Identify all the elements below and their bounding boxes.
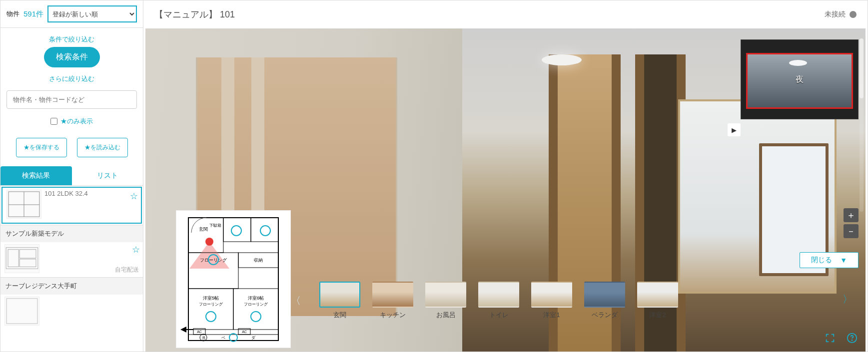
variant-thumbnail[interactable]: 夜 <box>741 39 859 119</box>
scene-thumb-label: ベランダ <box>592 311 618 320</box>
result-title: サンプル新築モデル <box>5 229 64 238</box>
result-card[interactable]: ☆ 101 2LDK 32.4 <box>1 187 142 224</box>
svg-text:フローリング: フローリング <box>244 302 268 307</box>
result-subtext: 自宅配送 <box>115 266 139 274</box>
zoom-controls: ＋ － <box>844 208 859 238</box>
floorplan-thumb <box>4 297 39 326</box>
page-title: 【マニュアル】 101 <box>154 8 235 20</box>
svg-text:AC: AC <box>197 330 202 334</box>
scene-thumb-image <box>372 282 413 308</box>
footer-actions <box>824 332 859 345</box>
main-header: 【マニュアル】 101 未接続 <box>143 0 868 28</box>
search-conditions-button[interactable]: 検索条件 <box>44 47 100 67</box>
close-label: 閉じる <box>811 256 832 265</box>
tab-results[interactable]: 検索結果 <box>0 166 72 185</box>
carousel-next-button[interactable]: 〉 <box>843 293 853 306</box>
scene-thumb-image <box>319 282 360 308</box>
scene-thumb-image <box>425 282 466 308</box>
scene-thumb-kitchen[interactable]: キッチン <box>372 282 413 320</box>
filter-link[interactable]: 条件で絞り込む <box>49 35 94 44</box>
result-title: 101 2LDK 32.4 <box>44 190 88 197</box>
sort-select[interactable]: 登録が新しい順 <box>47 5 137 22</box>
close-button[interactable]: 閉じる ▼ <box>800 252 859 268</box>
sidebar: 物件 591件 登録が新しい順 条件で絞り込む 検索条件 さらに絞り込む ★のみ… <box>0 0 143 352</box>
scene-thumb-image <box>531 282 572 308</box>
svg-text:洗: 洗 <box>202 336 205 340</box>
tabs: 検索結果 リスト <box>0 166 143 185</box>
variant-thumbnail-label: 夜 <box>741 40 858 119</box>
connection-status: 未接続 <box>825 10 857 19</box>
scene-thumb-entrance[interactable]: 玄関 <box>319 282 360 320</box>
result-card[interactable]: サンプル新築モデル ☆ 自宅配送 <box>0 225 143 277</box>
panorama-viewer[interactable]: 夜 ▶ ＋ － 閉じる ▼ 玄関 下駄箱 <box>145 28 866 352</box>
scene-thumb-label: 玄関 <box>333 311 346 320</box>
star-only-checkbox[interactable] <box>50 118 57 125</box>
scene-thumb-balcony[interactable]: ベランダ <box>584 282 625 320</box>
refine-link[interactable]: さらに絞り込む <box>49 74 94 83</box>
svg-text:フローリング: フローリング <box>200 258 227 263</box>
scene-thumb-room1[interactable]: 洋室1 <box>531 282 572 320</box>
svg-text:ベ: ベ <box>221 336 225 340</box>
svg-rect-6 <box>19 259 36 267</box>
floorplan-thumb <box>6 190 41 219</box>
svg-text:下駄箱: 下駄箱 <box>209 223 221 228</box>
star-only-label: ★のみ表示 <box>60 117 93 126</box>
star-only-filter[interactable]: ★のみ表示 <box>50 117 93 126</box>
scene-thumb-label: トイレ <box>489 311 509 320</box>
scene-thumb-label: 洋室1 <box>543 311 560 320</box>
svg-text:玄関: 玄関 <box>199 227 208 232</box>
save-favorites-button[interactable]: ★を保存する <box>16 138 67 157</box>
scene-thumb-label: 洋室2 <box>649 311 666 320</box>
carousel-prev-button[interactable]: 〈 <box>290 294 301 308</box>
connection-label: 未接続 <box>825 10 846 19</box>
zoom-in-button[interactable]: ＋ <box>844 208 859 222</box>
svg-text:AC: AC <box>242 330 247 334</box>
load-favorites-button[interactable]: ★を読み込む <box>77 138 128 157</box>
play-icon[interactable]: ▶ <box>728 123 741 136</box>
tab-list[interactable]: リスト <box>72 166 143 185</box>
main-area: 【マニュアル】 101 未接続 夜 ▶ ＋ <box>143 0 868 352</box>
connection-indicator-icon <box>850 11 857 18</box>
scene-thumb-image <box>584 282 625 308</box>
floorplan-thumb <box>4 244 39 273</box>
svg-rect-7 <box>6 299 37 324</box>
svg-point-43 <box>852 340 852 341</box>
svg-point-14 <box>205 238 213 246</box>
svg-text:洋室5帖: 洋室5帖 <box>203 296 219 301</box>
property-count: 591件 <box>23 9 43 19</box>
scene-thumb-image <box>478 282 519 308</box>
floorplan-overlay[interactable]: 玄関 下駄箱 フローリング 収納 洋室5帖 <box>176 211 290 348</box>
results-list: ☆ 101 2LDK 32.4 サンプル新築モデル ☆ 自宅配送 <box>0 185 143 330</box>
scene-thumb-image <box>637 282 678 308</box>
variant-scrollbar[interactable] <box>860 38 864 212</box>
scene-thumb-label: お風呂 <box>436 311 456 320</box>
scene-thumb-bath[interactable]: お風呂 <box>425 282 466 320</box>
svg-rect-4 <box>8 250 18 267</box>
property-label: 物件 <box>6 9 19 18</box>
thumbnail-strip: 〈 玄関 キッチン お風呂 トイレ <box>290 282 859 320</box>
fullscreen-icon[interactable] <box>824 332 837 345</box>
svg-marker-40 <box>180 327 186 333</box>
scene-thumb-label: キッチン <box>380 311 406 320</box>
result-title: ナーブレジデンス大手町 <box>5 282 77 291</box>
help-icon[interactable] <box>846 332 859 345</box>
svg-text:収納: 収納 <box>254 258 263 263</box>
svg-text:フローリング: フローリング <box>199 302 223 307</box>
chevron-down-icon: ▼ <box>840 256 847 264</box>
sidebar-body: 条件で絞り込む 検索条件 さらに絞り込む ★のみ表示 ★を保存する ★を読み込む <box>0 28 143 166</box>
svg-text:ダ: ダ <box>251 336 256 340</box>
svg-rect-5 <box>19 250 36 258</box>
sidebar-header: 物件 591件 登録が新しい順 <box>0 0 143 28</box>
result-card[interactable]: ナーブレジデンス大手町 <box>0 277 143 330</box>
search-input[interactable] <box>6 90 137 109</box>
scene-thumb-toilet[interactable]: トイレ <box>478 282 519 320</box>
scene-thumb-room2[interactable]: 洋室2 <box>637 282 678 320</box>
zoom-out-button[interactable]: － <box>844 224 859 238</box>
svg-text:洋室6帖: 洋室6帖 <box>248 296 264 301</box>
panorama-image <box>542 54 582 65</box>
